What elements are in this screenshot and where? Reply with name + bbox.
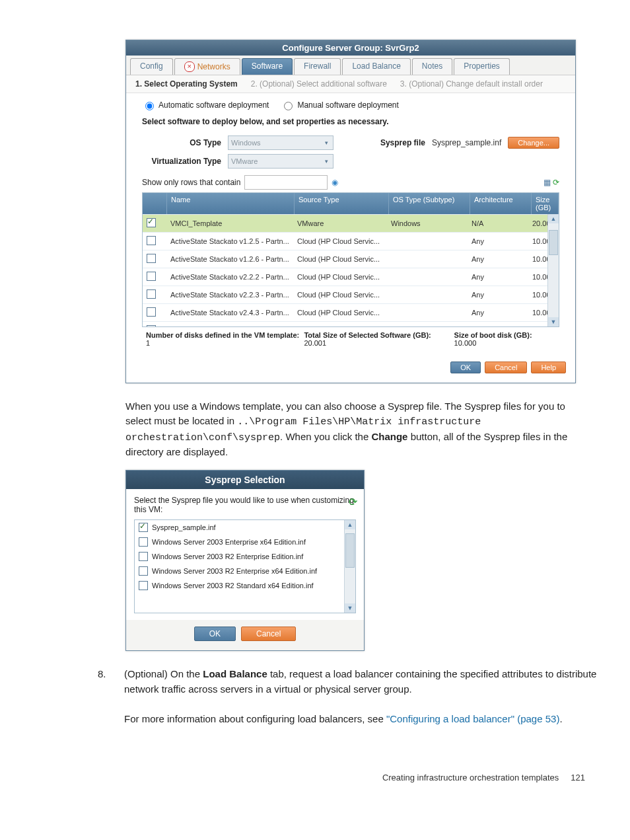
checkbox[interactable] <box>147 307 156 317</box>
cell-subtype <box>387 274 468 280</box>
table-row[interactable]: ActiveState Stackato v1.2.6 - Partn...Cl… <box>143 250 559 268</box>
sysprep-selection-dialog: Sysprep Selection ⟳ Select the Sysprep f… <box>125 470 365 651</box>
filter-label: Show only rows that contain <box>142 178 240 187</box>
step-number: 8. <box>98 667 124 726</box>
list-item[interactable]: Sysprep_sample.inf <box>135 520 355 535</box>
scrollbar[interactable]: ▲ ▼ <box>344 520 355 613</box>
col-arch[interactable]: Architecture <box>470 193 532 214</box>
cell-arch: Any <box>468 306 528 319</box>
tab-networks[interactable]: × Networks <box>174 58 240 75</box>
checkbox[interactable] <box>147 218 156 227</box>
footer-text: Creating infrastructure orchestration te… <box>382 773 559 783</box>
virt-type-label: Virtualization Type <box>142 157 221 166</box>
cancel-button[interactable]: Cancel <box>485 362 527 373</box>
scroll-down-icon[interactable]: ▼ <box>345 603 355 613</box>
radio-auto-input[interactable] <box>145 102 154 110</box>
step-2[interactable]: 2. (Optional) Select additional software <box>251 79 387 89</box>
cell-subtype: Linux <box>387 324 468 326</box>
checkbox[interactable] <box>147 236 156 245</box>
help-button[interactable]: Help <box>531 362 566 373</box>
step-3[interactable]: 3. (Optional) Change default install ord… <box>400 79 543 89</box>
page-number: 121 <box>571 773 585 783</box>
disks-label: Number of disks defined in the VM templa… <box>146 331 299 339</box>
body-paragraph: When you use a Windows template, you can… <box>125 399 581 459</box>
virt-type-select[interactable]: VMware ▾ <box>228 154 333 169</box>
checkbox[interactable] <box>139 566 148 576</box>
disks-value: 1 <box>146 339 150 347</box>
cell-subtype: Windows <box>387 217 468 230</box>
help-icon[interactable]: ◉ <box>332 178 338 187</box>
os-type-select[interactable]: Windows ▾ <box>228 135 333 150</box>
scroll-down-icon[interactable]: ▼ <box>548 317 559 326</box>
tab-notes[interactable]: Notes <box>412 58 452 75</box>
tab-firewall[interactable]: Firewall <box>294 58 341 75</box>
checkbox[interactable] <box>147 289 156 299</box>
change-button[interactable]: Change... <box>508 137 559 149</box>
close-icon: × <box>184 61 195 72</box>
checkbox[interactable] <box>147 254 156 263</box>
refresh-icon[interactable]: ⟳ <box>553 178 559 187</box>
cell-subtype <box>387 256 468 262</box>
tab-load-balance[interactable]: Load Balance <box>342 58 410 75</box>
table-row[interactable]: ActiveState Stackato v2.2.2 - Partn...Cl… <box>143 268 559 286</box>
list-item-label: Windows Server 2003 R2 Enterprise Editio… <box>152 553 303 560</box>
cell-name: ActiveState Stackato v1.2.5 - Partn... <box>166 235 293 248</box>
col-subtype[interactable]: OS Type (Subtype) <box>389 193 470 214</box>
checkbox[interactable] <box>139 537 148 547</box>
list-item[interactable]: Windows Server 2003 Enterprise x64 Editi… <box>135 535 355 549</box>
sysprep-value: Sysprep_sample.inf <box>432 138 501 147</box>
tab-label: Networks <box>197 62 230 71</box>
tab-properties[interactable]: Properties <box>454 58 510 75</box>
table-row[interactable]: ActiveState Stackato v2.4.3 - Partn...Cl… <box>143 303 559 321</box>
table-row[interactable]: VMCI_TemplateVMwareWindowsN/A20.001 <box>143 214 559 232</box>
cell-name: VMCI_Template <box>166 217 293 230</box>
scroll-thumb[interactable] <box>345 533 355 568</box>
software-table: Name Source Type OS Type (Subtype) Archi… <box>142 192 559 327</box>
refresh-icon[interactable]: ⟳ <box>349 496 357 508</box>
cell-arch: Any <box>468 270 528 284</box>
configuring-load-balancer-link[interactable]: "Configuring a load balancer" (page 53) <box>386 713 560 724</box>
checkbox[interactable] <box>139 523 148 532</box>
cell-arch: Any <box>468 252 528 266</box>
sysprep-list: Sysprep_sample.infWindows Server 2003 En… <box>134 519 356 613</box>
step-1[interactable]: 1. Select Operating System <box>135 79 238 89</box>
cell-source: Cloud (HP Cloud Servic... <box>293 288 387 301</box>
dialog-title: Configure Server Group: SvrGrp2 <box>126 40 575 56</box>
scrollbar[interactable]: ▲ ▼ <box>547 214 559 326</box>
list-item[interactable]: Windows Server 2003 R2 Enterprise Editio… <box>135 549 355 564</box>
checkbox[interactable] <box>139 552 148 561</box>
scroll-up-icon[interactable]: ▲ <box>345 520 355 529</box>
checkbox[interactable] <box>147 272 156 281</box>
list-item[interactable]: Windows Server 2003 R2 Standard x64 Edit… <box>135 578 355 593</box>
checkbox[interactable] <box>147 325 156 326</box>
cell-source: Cloud (HP Cloud Servic... <box>293 252 387 266</box>
list-item[interactable]: Windows Server 2003 R2 Enterprise x64 Ed… <box>135 564 355 578</box>
table-row[interactable]: ActiveState Stackato v2.2.3 - Partn...Cl… <box>143 286 559 303</box>
cancel-button[interactable]: Cancel <box>241 627 296 641</box>
cell-subtype <box>387 239 468 244</box>
table-row[interactable]: BitNami DevPack 1.0-0 Ubuntu 10.0…Cloud … <box>143 321 559 326</box>
os-type-value: Windows <box>231 139 261 147</box>
col-source[interactable]: Source Type <box>295 193 389 214</box>
scroll-thumb[interactable] <box>549 230 558 255</box>
tab-software[interactable]: Software <box>242 58 293 75</box>
cell-source: VMware <box>293 217 387 230</box>
col-size[interactable]: Size (GB) <box>532 193 559 214</box>
radio-manual[interactable]: Manual software deployment <box>281 100 398 110</box>
wizard-steps: 1. Select Operating System 2. (Optional)… <box>126 75 575 93</box>
os-type-label: OS Type <box>142 138 221 147</box>
ok-button[interactable]: OK <box>194 627 236 641</box>
tab-config[interactable]: Config <box>130 58 173 75</box>
ok-button[interactable]: OK <box>450 362 481 373</box>
cell-arch: Any <box>468 324 528 326</box>
filter-input[interactable] <box>244 175 328 190</box>
table-row[interactable]: ActiveState Stackato v1.2.5 - Partn...Cl… <box>143 232 559 250</box>
cell-arch: N/A <box>468 217 528 230</box>
scroll-up-icon[interactable]: ▲ <box>548 214 559 223</box>
radio-manual-input[interactable] <box>284 102 293 110</box>
radio-auto[interactable]: Automatic software deployment <box>142 100 269 110</box>
total-size-value: 20.001 <box>304 339 326 347</box>
col-name[interactable]: Name <box>167 193 295 214</box>
checkbox[interactable] <box>139 581 148 590</box>
grid-icon[interactable]: ▦ <box>543 178 551 187</box>
